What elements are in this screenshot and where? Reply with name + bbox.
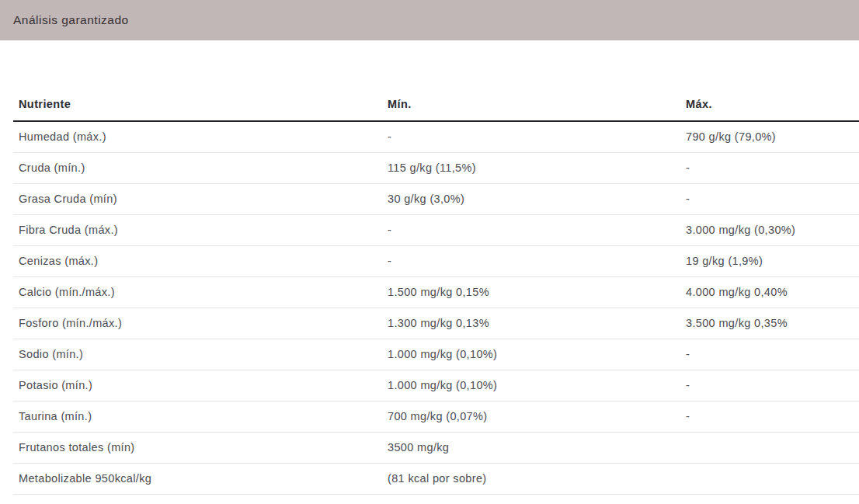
max-cell: 4.000 mg/kg 0,40% <box>680 277 859 308</box>
max-cell: - <box>680 339 859 370</box>
nutrient-cell: Fibra Cruda (máx.) <box>13 215 382 246</box>
column-header-min: Mín. <box>382 88 680 121</box>
section-header-analisis-garantizado[interactable]: Análisis garantizado <box>0 0 859 40</box>
nutrient-cell: Calcio (mín./máx.) <box>13 277 382 308</box>
table-row: Humedad (máx.)-790 g/kg (79,0%) <box>13 121 859 153</box>
nutrient-cell: Grasa Cruda (mín) <box>13 184 382 215</box>
max-cell <box>680 464 859 495</box>
table-row: Fosforo (mín./máx.)1.300 mg/kg 0,13%3.50… <box>13 308 859 339</box>
min-cell: (81 kcal por sobre) <box>382 464 680 495</box>
max-cell: - <box>680 401 859 433</box>
table-row: Sodio (mín.)1.000 mg/kg (0,10%)- <box>13 339 859 370</box>
max-cell: - <box>680 370 859 401</box>
max-cell <box>680 433 859 464</box>
table-row: Potasio (mín.)1.000 mg/kg (0,10%)- <box>13 370 859 401</box>
nutrient-cell: Humedad (máx.) <box>13 121 382 153</box>
nutrient-cell: Potasio (mín.) <box>13 370 382 401</box>
min-cell: - <box>382 215 680 246</box>
min-cell: 1.000 mg/kg (0,10%) <box>382 339 680 370</box>
table-row: Calcio (mín./máx.)1.500 mg/kg 0,15%4.000… <box>13 277 859 308</box>
max-cell: - <box>680 184 859 215</box>
max-cell: 19 g/kg (1,9%) <box>680 246 859 277</box>
min-cell: 3500 mg/kg <box>382 433 680 464</box>
nutrient-cell: Cruda (mín.) <box>13 153 382 184</box>
guaranteed-analysis-table-container: Nutriente Mín. Máx. Humedad (máx.)-790 g… <box>13 88 859 495</box>
table-row: Fibra Cruda (máx.)-3.000 mg/kg (0,30%) <box>13 215 859 246</box>
section-title: Análisis garantizado <box>13 13 129 27</box>
min-cell: 1.500 mg/kg 0,15% <box>382 277 680 308</box>
table-row: Cenizas (máx.)-19 g/kg (1,9%) <box>13 246 859 277</box>
column-header-nutriente: Nutriente <box>13 88 382 121</box>
guaranteed-analysis-table: Nutriente Mín. Máx. Humedad (máx.)-790 g… <box>13 88 859 495</box>
table-row: Grasa Cruda (mín)30 g/kg (3,0%)- <box>13 184 859 215</box>
table-row: Cruda (mín.)115 g/kg (11,5%)- <box>13 153 859 184</box>
table-row: Frutanos totales (mín)3500 mg/kg <box>13 433 859 464</box>
min-cell: 1.300 mg/kg 0,13% <box>382 308 680 339</box>
nutrient-cell: Fosforo (mín./máx.) <box>13 308 382 339</box>
min-cell: - <box>382 121 680 153</box>
table-row: Metabolizable 950kcal/kg(81 kcal por sob… <box>13 464 859 495</box>
nutrient-cell: Sodio (mín.) <box>13 339 382 370</box>
min-cell: 30 g/kg (3,0%) <box>382 184 680 215</box>
max-cell: 3.500 mg/kg 0,35% <box>680 308 859 339</box>
analysis-table-body: Humedad (máx.)-790 g/kg (79,0%)Cruda (mí… <box>13 121 859 495</box>
max-cell: 790 g/kg (79,0%) <box>680 121 859 153</box>
max-cell: 3.000 mg/kg (0,30%) <box>680 215 859 246</box>
nutrient-cell: Cenizas (máx.) <box>13 246 382 277</box>
min-cell: - <box>382 246 680 277</box>
table-row: Taurina (mín.)700 mg/kg (0,07%)- <box>13 401 859 433</box>
nutrient-cell: Taurina (mín.) <box>13 401 382 433</box>
table-header-row: Nutriente Mín. Máx. <box>13 88 859 121</box>
nutrient-cell: Metabolizable 950kcal/kg <box>13 464 382 495</box>
min-cell: 1.000 mg/kg (0,10%) <box>382 370 680 401</box>
min-cell: 700 mg/kg (0,07%) <box>382 401 680 433</box>
nutrient-cell: Frutanos totales (mín) <box>13 433 382 464</box>
min-cell: 115 g/kg (11,5%) <box>382 153 680 184</box>
max-cell: - <box>680 153 859 184</box>
column-header-max: Máx. <box>680 88 859 121</box>
